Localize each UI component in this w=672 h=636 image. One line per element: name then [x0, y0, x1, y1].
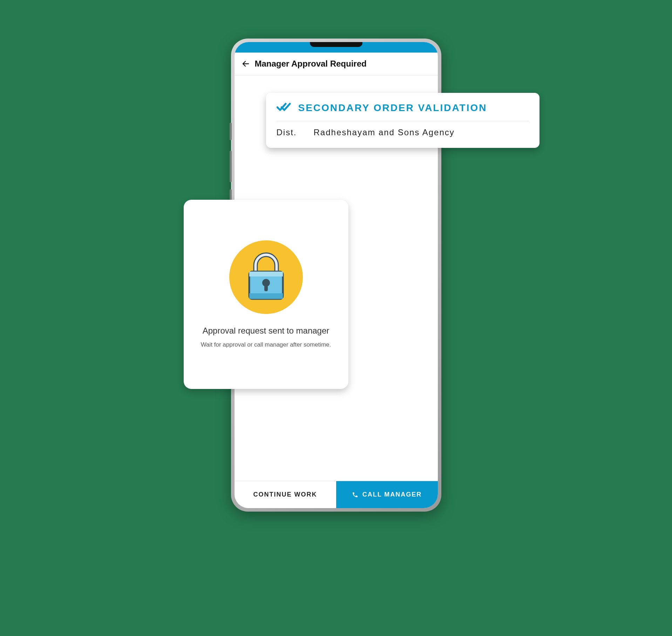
- phone-side-button: [230, 123, 232, 140]
- call-manager-label: CALL MANAGER: [362, 491, 422, 498]
- validation-card: SECONDARY ORDER VALIDATION Dist. Radhesh…: [266, 93, 539, 148]
- app-header: Manager Approval Required: [235, 53, 438, 75]
- phone-notch: [310, 42, 362, 47]
- svg-rect-2: [249, 272, 283, 276]
- approval-subtitle: Wait for approval or call manager after …: [201, 341, 331, 348]
- lock-circle: [229, 240, 303, 314]
- page-title: Manager Approval Required: [255, 59, 367, 69]
- svg-rect-5: [264, 283, 268, 291]
- svg-rect-3: [249, 293, 283, 299]
- validation-card-title: SECONDARY ORDER VALIDATION: [298, 102, 487, 114]
- call-manager-button[interactable]: CALL MANAGER: [336, 481, 438, 508]
- validation-card-body: Dist. Radheshayam and Sons Agency: [277, 121, 529, 137]
- distributor-value: Radheshayam and Sons Agency: [314, 128, 455, 137]
- approval-title: Approval request sent to manager: [203, 326, 330, 336]
- validation-card-header: SECONDARY ORDER VALIDATION: [277, 102, 529, 121]
- double-check-icon: [277, 102, 291, 114]
- phone-icon: [352, 492, 358, 498]
- distributor-label: Dist.: [277, 128, 297, 137]
- continue-work-button[interactable]: CONTINUE WORK: [235, 481, 336, 508]
- app-footer: CONTINUE WORK CALL MANAGER: [235, 481, 438, 508]
- phone-side-button: [230, 151, 232, 182]
- continue-work-label: CONTINUE WORK: [253, 491, 317, 498]
- approval-card: Approval request sent to manager Wait fo…: [184, 200, 348, 389]
- arrow-left-icon[interactable]: [242, 60, 250, 68]
- composition-canvas: Manager Approval Required CONTINUE WORK …: [126, 18, 547, 578]
- lock-icon: [242, 248, 291, 306]
